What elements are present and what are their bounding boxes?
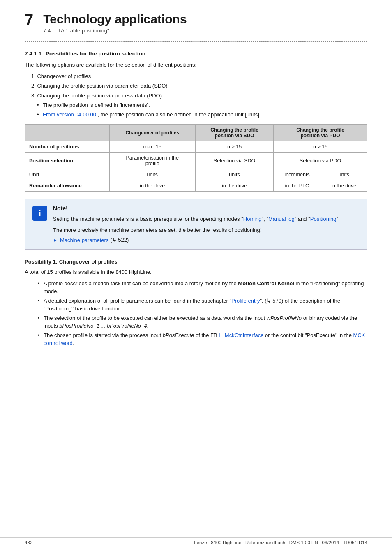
note-body2: The more precisely the machine parameter… <box>53 226 360 234</box>
table-cell-label: Number of positions <box>25 141 110 153</box>
chapter-number: 7 <box>25 12 33 28</box>
possibility1-intro: A total of 15 profiles is available in t… <box>25 268 367 276</box>
possibility1-heading: Possibility 1: Changeover of profiles <box>25 259 367 265</box>
chapter-title: Technology applications <box>43 12 187 26</box>
list-item: 2. Changing the profile position via par… <box>31 82 367 90</box>
note-icon: i <box>32 206 47 221</box>
table-header-empty <box>25 125 110 141</box>
italic-text: bPosExecute <box>163 332 194 338</box>
page-footer: 432 Lenze · 8400 HighLine · Referenzhand… <box>0 537 392 545</box>
table-cell: n > 15 <box>274 141 367 153</box>
sub-bullet-list: The profile position is defined in [incr… <box>37 101 367 118</box>
homing-link[interactable]: Homing <box>243 216 262 222</box>
list-item: The selection of the profile to be execu… <box>38 314 367 330</box>
table-cell: in the PLC <box>274 180 321 192</box>
note-link-row: ► Machine parameters (↳ 522) <box>53 237 360 243</box>
sub-bullet-item: From version 04.00.00 , the profile posi… <box>37 111 367 119</box>
section-heading: 7.4.1.1 Possibilities for the position s… <box>25 51 367 57</box>
table-cell: Selection via SDO <box>195 153 273 169</box>
table-cell-label: Unit <box>25 169 110 180</box>
list-item: The chosen profile is started via the pr… <box>38 331 367 347</box>
section-number: 7.4.1.1 <box>25 51 42 57</box>
note-link-ref: (↳ 522) <box>110 237 129 243</box>
divider <box>25 41 367 42</box>
table-cell: Increments <box>274 169 321 180</box>
machine-parameters-link[interactable]: Machine parameters <box>60 237 109 243</box>
italic-text: wPosProfileNo <box>267 315 302 321</box>
note-title: Note! <box>53 205 360 212</box>
table-header-sdo: Changing the profileposition via SDO <box>195 125 273 141</box>
table-cell-label: Remainder allowance <box>25 180 110 192</box>
table-cell: n > 15 <box>195 141 273 153</box>
table-row: Number of positions max. 15 n > 15 n > 1… <box>25 141 367 153</box>
ordered-list: 1. Changeover of profiles 2. Changing th… <box>31 72 367 119</box>
note-box: i Note! Setting the machine parameters i… <box>25 199 367 250</box>
table-cell: units <box>321 169 367 180</box>
table-cell: units <box>195 169 273 180</box>
l-mck-link[interactable]: L_MckCtrlInterface <box>219 332 263 338</box>
page-number: 432 <box>25 540 32 545</box>
sub-bullet-item: The profile position is defined in [incr… <box>37 101 367 109</box>
chapter-title-block: Technology applications 7.4 TA "Table po… <box>43 12 187 34</box>
italic-text: bPosProfileNo_1 ... bPosProfileNo_4 <box>59 323 147 329</box>
intro-text: The following options are available for … <box>25 61 367 69</box>
chapter-subtitle: 7.4 TA "Table positioning" <box>43 28 187 34</box>
table-cell: Selection via PDO <box>274 153 367 169</box>
note-body1: Setting the machine parameters is a basi… <box>53 215 360 223</box>
list-item: 1. Changeover of profiles <box>31 72 367 81</box>
table-row: Remainder allowance in the drive in the … <box>25 180 367 192</box>
arrow-icon: ► <box>53 238 58 243</box>
list-item: 3. Changing the profile position via pro… <box>31 92 367 119</box>
mck-control-word-link[interactable]: MCK control word <box>44 332 365 347</box>
table-row: Position selection Parameterisation in t… <box>25 153 367 169</box>
positioning-table: Changeover of profiles Changing the prof… <box>25 124 367 192</box>
chapter-sub-number: 7.4 <box>43 28 51 34</box>
table-cell: in the drive <box>321 180 367 192</box>
note-content: Note! Setting the machine parameters is … <box>53 205 360 243</box>
table-row: Unit units units Increments units <box>25 169 367 180</box>
chapter-sub-title: TA "Table positioning" <box>58 28 109 34</box>
table-cell: in the drive <box>109 180 195 192</box>
list-item: A detailed explanation of all profile pa… <box>38 297 367 313</box>
doc-info: Lenze · 8400 HighLine · Referenzhandbuch… <box>194 540 367 545</box>
bold-text: Motion Control Kernel <box>238 280 294 287</box>
possibility1-bullets: A profile describes a motion task that c… <box>38 280 367 347</box>
table-cell: Parameterisation in theprofile <box>109 153 195 169</box>
table-cell: units <box>109 169 195 180</box>
section-title: Possibilities for the position selection <box>46 51 145 57</box>
list-item: A profile describes a motion task that c… <box>38 280 367 296</box>
positioning-link[interactable]: Positioning <box>310 216 337 222</box>
table-cell: max. 15 <box>109 141 195 153</box>
page-header: 7 Technology applications 7.4 TA "Table … <box>25 12 367 34</box>
manual-jog-link[interactable]: Manual jog <box>268 216 295 222</box>
table-cell-label: Position selection <box>25 153 110 169</box>
table-header-pdo: Changing the profileposition via PDO <box>274 125 367 141</box>
version-link[interactable]: From version 04.00.00 <box>43 111 96 118</box>
table-cell: in the drive <box>195 180 273 192</box>
profile-entry-link[interactable]: Profile entry <box>231 298 260 304</box>
table-header-changeover: Changeover of profiles <box>109 125 195 141</box>
